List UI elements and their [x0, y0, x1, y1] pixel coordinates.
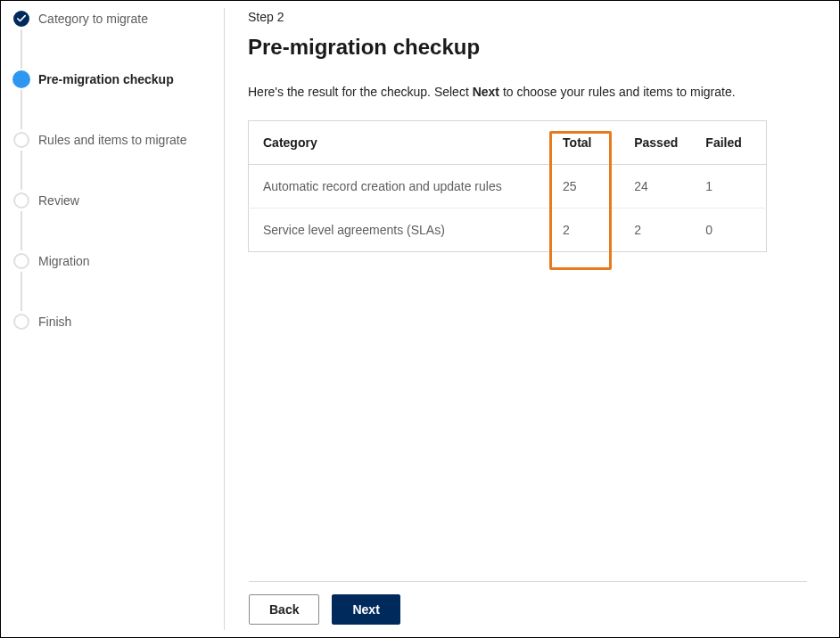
step-future-icon	[13, 253, 29, 269]
cell-passed[interactable]: 24	[623, 165, 695, 209]
intro-strong: Next	[473, 85, 499, 99]
page-title: Pre-migration checkup	[248, 35, 807, 60]
cell-category: Automatic record creation and update rul…	[249, 165, 553, 209]
cell-total[interactable]: 2	[552, 209, 623, 252]
table-row: Service level agreements (SLAs) 2 2 0	[249, 209, 767, 252]
th-failed: Failed	[695, 121, 766, 165]
step-label: Finish	[38, 313, 71, 331]
step-connector	[21, 211, 22, 250]
intro-after: to choose your rules and items to migrat…	[503, 85, 736, 99]
next-button[interactable]: Next	[332, 594, 399, 625]
step-review[interactable]: Review	[1, 192, 224, 252]
th-passed: Passed	[623, 121, 695, 165]
cell-failed[interactable]: 1	[695, 165, 766, 209]
wizard-stepper: Category to migrate Pre-migration checku…	[1, 1, 224, 637]
step-label: Review	[38, 192, 79, 209]
step-rules-and-items[interactable]: Rules and items to migrate	[1, 131, 224, 192]
table-row: Automatic record creation and update rul…	[249, 165, 767, 209]
step-connector	[21, 29, 22, 69]
th-category: Category	[249, 121, 553, 165]
step-connector	[21, 272, 22, 311]
checkmark-icon	[13, 11, 29, 27]
cell-total[interactable]: 25	[552, 165, 623, 209]
step-indicator: Step 2	[248, 10, 807, 24]
main-content: Step 2 Pre-migration checkup Here's the …	[225, 1, 839, 637]
step-label: Rules and items to migrate	[38, 131, 187, 149]
app-frame: Category to migrate Pre-migration checku…	[0, 0, 840, 638]
step-future-icon	[13, 314, 29, 330]
cell-category: Service level agreements (SLAs)	[249, 209, 553, 252]
wizard-footer: Back Next	[249, 581, 807, 625]
step-migration[interactable]: Migration	[1, 252, 224, 313]
step-future-icon	[13, 132, 29, 148]
step-connector	[21, 151, 22, 190]
step-finish[interactable]: Finish	[1, 313, 224, 331]
step-future-icon	[13, 192, 29, 209]
step-category-to-migrate[interactable]: Category to migrate	[1, 10, 224, 70]
step-current-icon	[12, 70, 30, 88]
step-label: Category to migrate	[38, 10, 148, 28]
step-label: Pre-migration checkup	[38, 70, 174, 88]
step-connector	[21, 90, 22, 129]
intro-text: Here's the result for the checkup. Selec…	[248, 85, 807, 99]
th-total: Total	[552, 121, 623, 165]
cell-passed[interactable]: 2	[623, 209, 695, 252]
table-header-row: Category Total Passed Failed	[249, 121, 767, 165]
intro-before: Here's the result for the checkup. Selec…	[248, 85, 473, 99]
step-label: Migration	[38, 252, 90, 270]
back-button[interactable]: Back	[249, 594, 319, 625]
results-table: Category Total Passed Failed Automatic r…	[248, 120, 767, 252]
step-pre-migration-checkup[interactable]: Pre-migration checkup	[1, 70, 224, 131]
cell-failed[interactable]: 0	[695, 209, 766, 252]
